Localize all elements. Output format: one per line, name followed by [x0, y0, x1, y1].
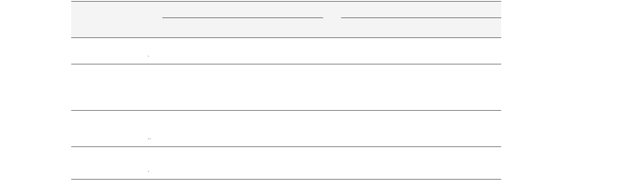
data-table: * ** * [71, 1, 501, 179]
header-subcol-underline-b [341, 18, 501, 18]
footnote-marker: * [148, 55, 150, 59]
table-row [71, 64, 501, 110]
table-row: * [71, 147, 501, 179]
table-row: * [71, 38, 501, 64]
table-rule-bottom [71, 179, 501, 179]
table-row: ** [71, 111, 501, 147]
footnote-marker: ** [148, 137, 151, 141]
page: * ** * [0, 0, 644, 194]
header-subcol-underline-a [162, 18, 323, 18]
footnote-marker: * [148, 170, 150, 174]
table-header [71, 2, 501, 37]
